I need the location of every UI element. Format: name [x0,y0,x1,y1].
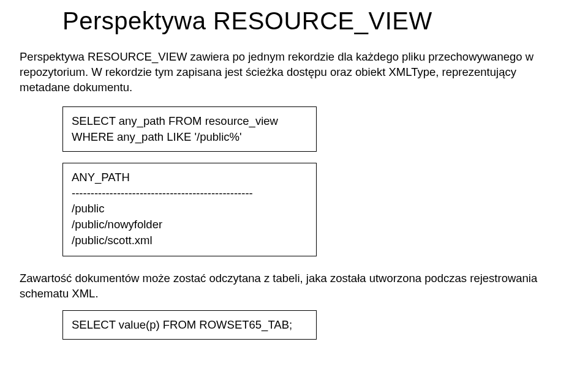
footer-paragraph: Zawartość dokumentów może zostać odczyta… [20,271,568,302]
code-line: /public/scott.xml [72,233,307,248]
code-box-query: SELECT any_path FROM resource_view WHERE… [62,106,317,152]
code-line: /public [72,201,307,217]
code-line: WHERE any_path LIKE '/public%' [72,129,307,145]
code-box-result: ANY_PATH -------------------------------… [62,163,317,256]
page-title: Perspektywa RESOURCE_VIEW [62,7,568,35]
code-line: SELECT value(p) FROM ROWSET65_TAB; [72,317,307,333]
code-line: ANY_PATH [72,170,307,185]
code-box-select-value: SELECT value(p) FROM ROWSET65_TAB; [62,310,317,340]
intro-paragraph: Perspektywa RESOURCE_VIEW zawiera po jed… [20,50,568,95]
code-line: SELECT any_path FROM resource_view [72,113,307,129]
code-line: ----------------------------------------… [72,185,307,201]
code-line: /public/nowyfolder [72,217,307,233]
